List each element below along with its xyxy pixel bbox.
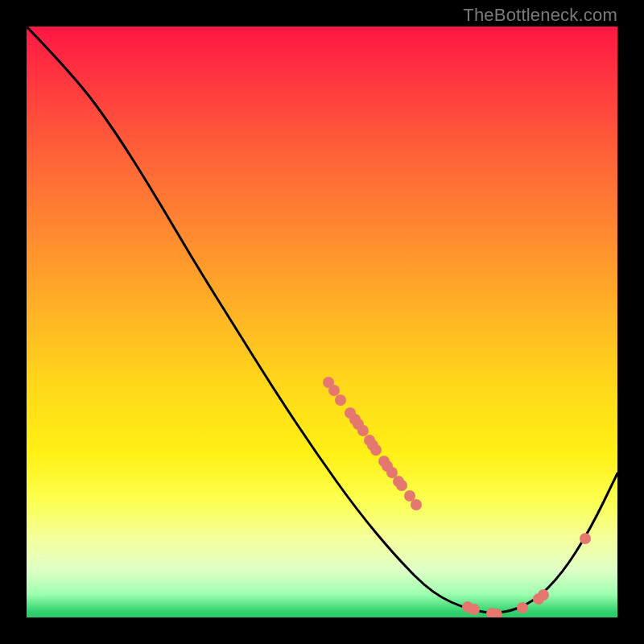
data-marker xyxy=(396,480,407,491)
data-marker xyxy=(538,589,549,601)
data-marker xyxy=(357,425,369,436)
watermark-text: TheBottleneck.com xyxy=(463,5,617,26)
data-marker xyxy=(328,385,340,396)
chart-frame xyxy=(27,27,617,617)
data-marker xyxy=(580,533,591,544)
chart-svg xyxy=(27,27,617,617)
data-marker xyxy=(517,602,528,613)
data-marker xyxy=(335,394,346,406)
data-marker xyxy=(370,444,382,456)
marker-group xyxy=(323,377,591,617)
bottleneck-curve xyxy=(27,27,617,613)
data-marker xyxy=(411,499,422,510)
data-marker xyxy=(469,604,480,615)
